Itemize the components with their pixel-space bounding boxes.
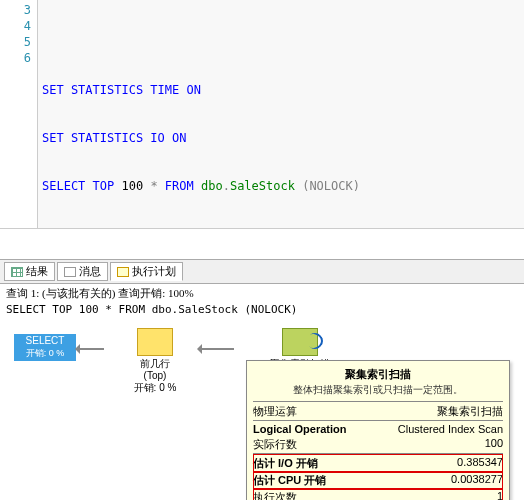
query-cost-line: 查询 1: (与该批有关的) 查询开销: 100% (0, 284, 524, 303)
plan-icon (117, 267, 129, 277)
message-icon (64, 267, 76, 277)
code-area[interactable]: SET STATISTICS TIME ON SET STATISTICS IO… (38, 0, 524, 228)
op-top[interactable]: 前几行 (Top) 开销: 0 % (100, 328, 210, 394)
op-select[interactable]: SELECT 开销: 0 % (14, 334, 76, 361)
tab-results[interactable]: 结果 (4, 262, 55, 281)
query-sql-line: SELECT TOP 100 * FROM dbo.SaleStock (NOL… (0, 303, 524, 320)
operator-tooltip: 聚集索引扫描 整体扫描聚集索引或只扫描一定范围。 物理运算聚集索引扫描 Logi… (246, 360, 510, 500)
top-icon (137, 328, 173, 356)
results-tabs: 结果 消息 执行计划 (0, 259, 524, 284)
execution-plan-canvas[interactable]: SELECT 开销: 0 % 前几行 (Top) 开销: 0 % 聚集索引扫描 … (0, 320, 524, 500)
tooltip-table: 物理运算聚集索引扫描 Logical OperationClustered In… (253, 401, 503, 500)
plan-arrow (198, 348, 234, 350)
tooltip-title: 聚集索引扫描 (253, 365, 503, 383)
tab-execution-plan[interactable]: 执行计划 (110, 262, 183, 281)
grid-icon (11, 267, 23, 277)
sql-editor[interactable]: 3 4 5 6 SET STATISTICS TIME ON SET STATI… (0, 0, 524, 229)
tooltip-subtitle: 整体扫描聚集索引或只扫描一定范围。 (253, 383, 503, 401)
line-gutter: 3 4 5 6 (0, 0, 38, 228)
scan-icon (282, 328, 318, 356)
tab-messages[interactable]: 消息 (57, 262, 108, 281)
